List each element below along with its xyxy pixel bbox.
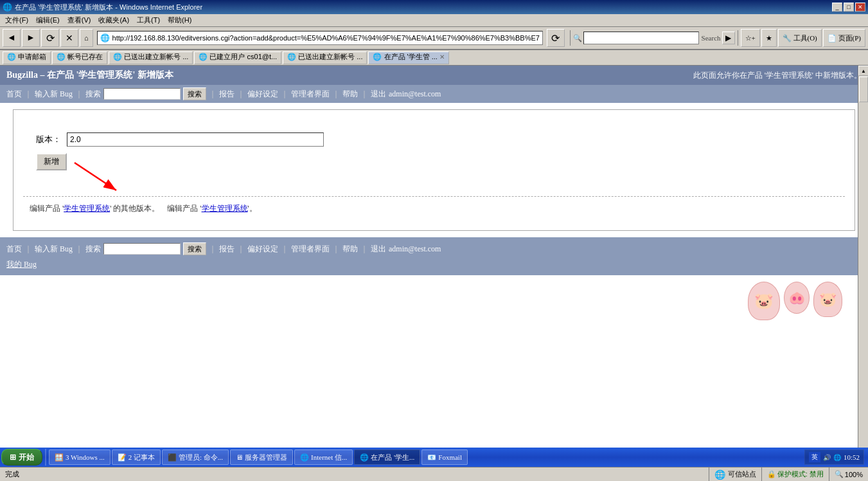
search-area: 🔍 Search ▶ bbox=[573, 31, 735, 45]
browser-window: 🌐 在产品 '学生管理系统' 新增版本 - Windows Internet E… bbox=[0, 0, 868, 481]
bottom-nav-help[interactable]: 帮助 bbox=[342, 244, 358, 255]
taskbar-item-4[interactable]: 🌐 Internet 信... bbox=[294, 449, 353, 465]
menu-help[interactable]: 帮助(H) bbox=[164, 14, 195, 26]
footer-text4: '。 bbox=[248, 204, 257, 213]
bottom-footer: 首页 ｜ 输入新 Bug ｜ 搜索 搜索 ｜ 报告 ｜ 偏好设定 ｜ 管理者界面… bbox=[0, 237, 868, 275]
menu-favorites[interactable]: 收藏夹(A) bbox=[94, 14, 133, 26]
bugzilla-search-button[interactable]: 搜索 bbox=[183, 87, 206, 100]
scroll-thumb[interactable] bbox=[859, 77, 868, 102]
favbar-btn-4[interactable]: 🌐 已建立用户 cs01@t... bbox=[194, 51, 281, 64]
refresh-address-button[interactable]: ⟳ bbox=[547, 29, 565, 47]
search-label: Search bbox=[702, 34, 721, 42]
bugzilla-header: Bugzilla – 在产品 '学生管理系统' 新增版本 此页面允许你在产品 '… bbox=[0, 66, 868, 85]
arrow-svg bbox=[68, 159, 126, 198]
add-favorites-button[interactable]: ☆+ bbox=[741, 29, 760, 47]
bottom-nav-enter-bug[interactable]: 输入新 Bug bbox=[35, 244, 73, 255]
start-button[interactable]: ⊞ 开始 bbox=[1, 449, 42, 466]
favbar-btn-5[interactable]: 🌐 已送出建立新帐号 ... bbox=[283, 51, 367, 64]
title-bar-buttons: _ □ ✕ bbox=[832, 3, 865, 12]
network-icon: 🔊 bbox=[823, 454, 831, 461]
toolbar: ◄ ► ⟳ ✕ ⌂ 🌐 ⟳ 🔍 Search ▶ ☆+ ★ 🔧 工具(O) 📄 … bbox=[0, 27, 868, 50]
nav-search-label[interactable]: 搜索 bbox=[85, 89, 101, 100]
minimize-button[interactable]: _ bbox=[832, 3, 842, 12]
bottom-search-button[interactable]: 搜索 bbox=[183, 242, 206, 255]
taskbar-item-2[interactable]: ⬛ 管理员: 命令... bbox=[162, 449, 229, 465]
nav-preferences[interactable]: 偏好设定 bbox=[247, 89, 278, 100]
favbar-btn-1[interactable]: 🌐 申请邮箱 bbox=[3, 51, 51, 64]
refresh-button[interactable]: ⟳ bbox=[41, 29, 59, 47]
systray: 英 🔊 🌐 10:52 bbox=[804, 449, 864, 465]
version-label: 版本： bbox=[36, 134, 62, 145]
submit-row: 新增 bbox=[36, 153, 832, 170]
form-area: 版本： 新增 bbox=[23, 120, 845, 190]
taskbar-icon-3: 🖥 bbox=[236, 453, 243, 461]
submit-button[interactable]: 新增 bbox=[36, 153, 67, 170]
bottom-nav-home[interactable]: 首页 bbox=[6, 244, 22, 255]
bottom-nav-user: admin@test.com bbox=[389, 244, 441, 254]
forward-button[interactable]: ► bbox=[22, 29, 40, 47]
scroll-up-button[interactable]: ▲ bbox=[858, 66, 868, 76]
favorites-bar: 🌐 申请邮箱 🌐 帐号已存在 🌐 已送出建立新帐号 ... 🌐 已建立用户 cs… bbox=[0, 50, 868, 66]
status-zone-icon: 🌐 可信站点 bbox=[709, 467, 761, 482]
page-button[interactable]: 📄 页面(P) bbox=[823, 29, 865, 47]
home-button[interactable]: ⌂ bbox=[80, 29, 93, 47]
close-icon[interactable]: ✕ bbox=[439, 53, 445, 60]
favbar-btn-6[interactable]: 🌐 在产品 '学生管 ... ✕ bbox=[368, 51, 449, 64]
version-input[interactable] bbox=[67, 132, 324, 147]
restore-button[interactable]: □ bbox=[844, 3, 854, 12]
taskbar-item-5[interactable]: 🌐 在产品 '学生... bbox=[354, 449, 420, 465]
mascot-2: 🐽 bbox=[784, 282, 810, 314]
bugzilla-search-input[interactable] bbox=[103, 88, 181, 100]
my-bug-row: 我的 Bug bbox=[6, 259, 862, 270]
nav-admin[interactable]: 管理者界面 bbox=[291, 89, 330, 100]
my-bug-link[interactable]: 我的 Bug bbox=[6, 260, 37, 269]
nav-logout[interactable]: 退出 bbox=[371, 89, 386, 100]
search-input[interactable] bbox=[583, 32, 699, 44]
toolbar-separator2 bbox=[738, 30, 738, 46]
close-button[interactable]: ✕ bbox=[855, 3, 865, 12]
back-button[interactable]: ◄ bbox=[3, 29, 21, 47]
tools-button[interactable]: 🔧 工具(O) bbox=[778, 29, 822, 47]
nav-report[interactable]: 报告 bbox=[219, 89, 235, 100]
nav-enter-bug[interactable]: 输入新 Bug bbox=[35, 89, 73, 100]
favbar-btn-2[interactable]: 🌐 帐号已存在 bbox=[52, 51, 107, 64]
favorites-center-button[interactable]: ★ bbox=[761, 29, 777, 47]
bottom-nav-preferences[interactable]: 偏好设定 bbox=[247, 244, 278, 255]
page-content: Bugzilla – 在产品 '学生管理系统' 新增版本 此页面允许你在产品 '… bbox=[0, 66, 868, 481]
page-icon: 🌐 bbox=[57, 53, 66, 60]
search-go-button[interactable]: ▶ bbox=[722, 32, 735, 44]
page-icon5: 🌐 bbox=[373, 53, 382, 60]
bottom-nav-admin[interactable]: 管理者界面 bbox=[291, 244, 330, 255]
bottom-search-input[interactable] bbox=[103, 243, 181, 255]
address-input[interactable] bbox=[112, 34, 540, 42]
footer-text3: 编辑产品 ' bbox=[167, 204, 201, 213]
vertical-scrollbar[interactable]: ▲ ▼ bbox=[858, 66, 868, 481]
bottom-nav-report[interactable]: 报告 bbox=[219, 244, 235, 255]
ie-globe-icon: 🌐 bbox=[100, 33, 110, 42]
menu-view[interactable]: 查看(V) bbox=[64, 14, 95, 26]
bottom-nav-logout[interactable]: 退出 bbox=[371, 244, 386, 255]
zone-text: 可信站点 bbox=[728, 469, 756, 479]
menu-tools[interactable]: 工具(T) bbox=[133, 14, 164, 26]
taskbar-item-0[interactable]: 🪟 3 Windows ... bbox=[49, 449, 111, 465]
ie-icon: 🌐 bbox=[3, 3, 12, 12]
menu-edit[interactable]: 编辑(E) bbox=[32, 14, 64, 26]
taskbar-icon-6: 📧 bbox=[427, 453, 436, 462]
nav-home[interactable]: 首页 bbox=[6, 89, 22, 100]
dashed-separator bbox=[23, 196, 845, 197]
status-right: 🌐 可信站点 🔒 保护模式: 禁用 🔍 100% bbox=[709, 467, 868, 482]
footer-text1: 编辑产品 ' bbox=[30, 204, 64, 213]
nav-help[interactable]: 帮助 bbox=[342, 89, 358, 100]
favbar-btn-3[interactable]: 🌐 已送出建立新帐号 ... bbox=[109, 51, 193, 64]
taskbar-icon-2: ⬛ bbox=[168, 453, 177, 462]
footer-link2[interactable]: 学生管理系统 bbox=[202, 204, 248, 213]
taskbar-item-3[interactable]: 🖥 服务器管理器 bbox=[230, 449, 293, 465]
footer-link1[interactable]: 学生管理系统 bbox=[64, 204, 110, 213]
bottom-nav-search-label[interactable]: 搜索 bbox=[85, 244, 101, 255]
stop-button[interactable]: ✕ bbox=[60, 29, 78, 47]
taskbar-item-1[interactable]: 📝 2 记事本 bbox=[112, 449, 161, 465]
page-inner: Bugzilla – 在产品 '学生管理系统' 新增版本 此页面允许你在产品 '… bbox=[0, 66, 868, 481]
taskbar-item-6[interactable]: 📧 Foxmail bbox=[421, 449, 468, 465]
menu-file[interactable]: 文件(F) bbox=[1, 14, 32, 26]
lang-indicator[interactable]: 英 bbox=[809, 452, 820, 462]
